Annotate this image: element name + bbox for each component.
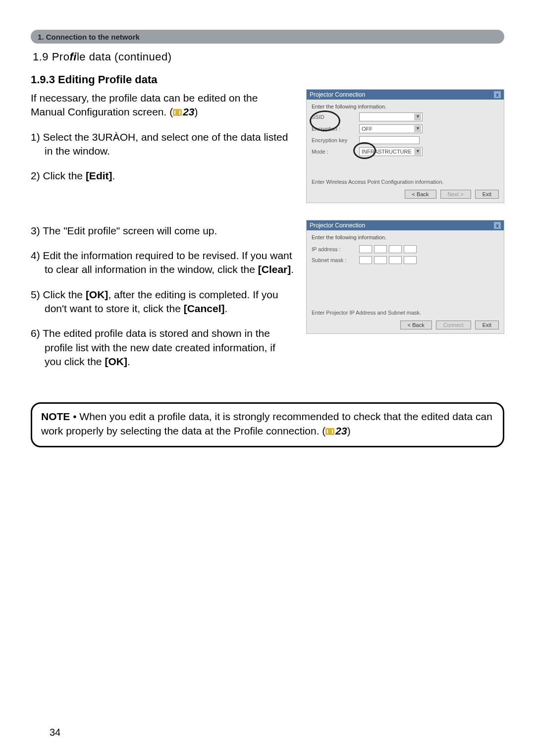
connect-button[interactable]: Connect [436, 321, 471, 329]
chevron-down-icon: ▾ [414, 113, 421, 120]
chevron-down-icon: ▾ [414, 148, 421, 155]
screenshot-ip-config: Projector Connection x Enter the followi… [306, 220, 504, 334]
encryption-select[interactable]: OFF▾ [359, 124, 423, 133]
ip-address-label: IP address : [312, 246, 356, 252]
screenshot-wireless-config: Projector Connection x Enter the followi… [306, 89, 504, 203]
section-header-bar: 1. Connection to the network [31, 30, 504, 44]
dialog-prompt: Enter the following information. [312, 104, 499, 109]
next-button[interactable]: Next > [440, 190, 471, 199]
note-label: NOTE [41, 411, 70, 422]
subnet-mask-input[interactable] [359, 256, 417, 264]
annotation-circle-icon [310, 110, 340, 131]
section-header-text: 1. Connection to the network [38, 33, 140, 41]
ip-address-input[interactable] [359, 245, 417, 253]
step-6: 6) The edited proﬁle data is stored and … [31, 326, 294, 369]
book-ref-icon [173, 109, 182, 116]
close-icon[interactable]: x [494, 222, 501, 229]
dialog-hint: Enter Wireless Access Point Configuratio… [312, 179, 444, 185]
mode-label: Mode : [312, 149, 356, 155]
ssid-select[interactable]: ▾ [359, 112, 423, 121]
back-button[interactable]: < Back [405, 190, 436, 199]
dialog-prompt: Enter the following information. [312, 234, 499, 240]
annotation-circle-icon [353, 142, 376, 159]
step-1: 1) Select the 3URÀOH, and select one of … [31, 130, 294, 159]
subheading: 1.9.3 Editing Profile data [31, 73, 504, 86]
page-number: 34 [50, 727, 60, 738]
exit-button[interactable]: Exit [475, 321, 499, 329]
back-button[interactable]: < Back [400, 321, 432, 329]
intro-paragraph: If necessary, the proﬁle data can be edi… [31, 91, 294, 119]
step-3: 3) The "Edit proﬁle" screen will come up… [31, 224, 294, 238]
note-box: NOTE • When you edit a proﬁle data, it i… [31, 402, 504, 447]
step-2: 2) Click the [Edit]. [31, 169, 294, 183]
chevron-down-icon: ▾ [414, 125, 421, 132]
step-5: 5) Click the [OK], after the editing is … [31, 288, 294, 316]
exit-button[interactable]: Exit [475, 190, 499, 199]
dialog-title: Projector Connection [310, 222, 365, 229]
dialog-hint: Enter Projector IP Address and Subnet ma… [312, 310, 421, 316]
dialog-title: Projector Connection [310, 91, 365, 98]
subnet-mask-label: Subnet mask : [312, 257, 356, 263]
close-icon[interactable]: x [494, 91, 501, 98]
encryption-key-label: Encryption key [312, 137, 356, 143]
book-ref-icon [325, 428, 334, 435]
continued-heading: 1.9 Profile data (continued) [33, 51, 502, 63]
step-4: 4) Edit the information required to be r… [31, 249, 294, 277]
